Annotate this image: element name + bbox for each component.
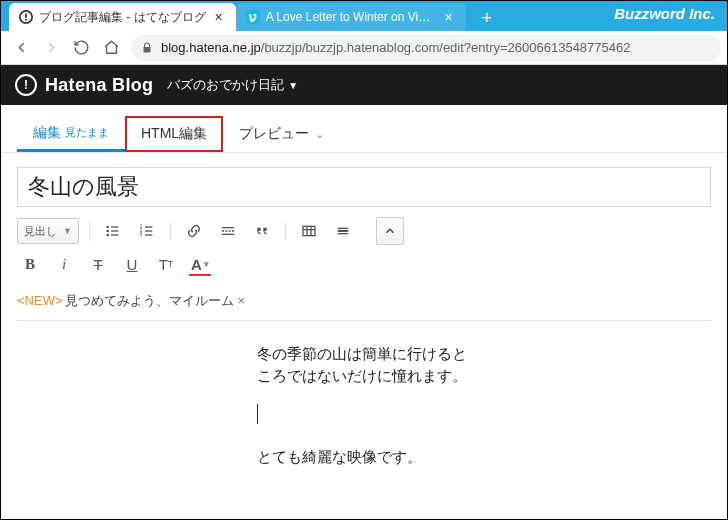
svg-point-4 [107,226,108,227]
underline-button[interactable]: U [119,251,145,277]
collapse-toolbar-button[interactable] [376,217,404,245]
tab-html-edit[interactable]: HTML編集 [125,116,223,152]
tab-title: A Love Letter to Winter on Vimeo [266,10,436,24]
remove-tag-icon[interactable]: × [238,293,246,308]
tag-text: 見つめてみよう、マイルーム [65,292,234,310]
separator [170,221,171,241]
branding-text: Buzzword Inc. [614,5,715,22]
svg-rect-1 [25,14,27,18]
editor-content[interactable]: 冬の季節の山は簡単に行けるところではないだけに憧れます。 とても綺麗な映像です。 [17,320,711,521]
site-logo[interactable]: ! Hatena Blog [15,74,153,96]
site-logo-text: Hatena Blog [45,75,153,96]
separator [89,221,90,241]
site-header: ! Hatena Blog バズのおでかけ日記 ▼ [1,65,727,105]
content-cursor-line [257,404,481,431]
new-tab-button[interactable]: + [474,5,500,31]
blog-selector[interactable]: バズのおでかけ日記 ▼ [167,76,298,94]
forward-button[interactable] [37,34,65,62]
italic-button[interactable]: i [51,251,77,277]
blog-name: バズのおでかけ日記 [167,76,284,94]
strikethrough-button[interactable]: T [85,251,111,277]
text-color-button[interactable]: A▾ [187,251,213,277]
blockquote-icon[interactable] [249,218,275,244]
close-icon[interactable]: × [212,10,226,24]
lock-icon [141,42,153,54]
post-title-input[interactable] [17,167,711,207]
browser-tab-1[interactable]: ブログ記事編集 - はてなブログ × [9,3,236,31]
chevron-down-icon: ▼ [63,226,72,236]
svg-point-8 [107,234,108,235]
tag-new-badge: <NEW> [17,293,63,308]
url-host: blog.hatena.ne.jp [161,40,261,55]
browser-tabstrip: ブログ記事編集 - はてなブログ × A Love Letter to Wint… [1,1,727,31]
tag-chip[interactable]: <NEW> 見つめてみよう、マイルーム × [17,292,245,310]
heading-select[interactable]: 見出し ▼ [17,218,79,244]
address-bar[interactable]: blog.hatena.ne.jp/buzzjp/buzzjp.hatenabl… [131,35,721,61]
read-more-icon[interactable] [215,218,241,244]
reload-button[interactable] [67,34,95,62]
chevron-down-icon: ▼ [288,80,298,91]
chevron-down-icon: ⌄ [315,128,324,141]
svg-rect-2 [25,19,27,21]
editor-mode-tabs: 編集 見たまま HTML編集 プレビュー ⌄ [1,115,727,153]
table-icon[interactable] [296,218,322,244]
tab-edit[interactable]: 編集 見たまま [17,116,125,152]
close-icon[interactable]: × [442,10,456,24]
url-path: /buzzjp/buzzjp.hatenablog.com/edit?entry… [261,40,631,55]
vimeo-favicon [246,10,260,24]
hatena-logo-icon: ! [15,74,37,96]
svg-point-6 [107,230,108,231]
bold-button[interactable]: B [17,251,43,277]
browser-toolbar: blog.hatena.ne.jp/buzzjp/buzzjp.hatenabl… [1,31,727,65]
editor-toolbar-row2: B i T U TT A▾ [1,251,727,287]
font-size-button[interactable]: TT [153,251,179,277]
hatena-favicon [19,10,33,24]
home-button[interactable] [97,34,125,62]
tab-title: ブログ記事編集 - はてなブログ [39,9,206,26]
back-button[interactable] [7,34,35,62]
svg-rect-19 [303,226,315,235]
editor-toolbar: 見出し ▼ 123 [1,207,727,251]
content-paragraph: とても綺麗な映像です。 [257,446,481,469]
svg-text:3: 3 [140,232,143,237]
browser-tab-2[interactable]: A Love Letter to Winter on Vimeo × [236,3,466,31]
tab-preview[interactable]: プレビュー ⌄ [223,116,340,152]
bullet-list-icon[interactable] [100,218,126,244]
hr-icon[interactable] [330,218,356,244]
content-paragraph: 冬の季節の山は簡単に行けるところではないだけに憧れます。 [257,343,481,388]
tag-row: <NEW> 見つめてみよう、マイルーム × [1,287,727,320]
link-icon[interactable] [181,218,207,244]
separator [285,221,286,241]
numbered-list-icon[interactable]: 123 [134,218,160,244]
